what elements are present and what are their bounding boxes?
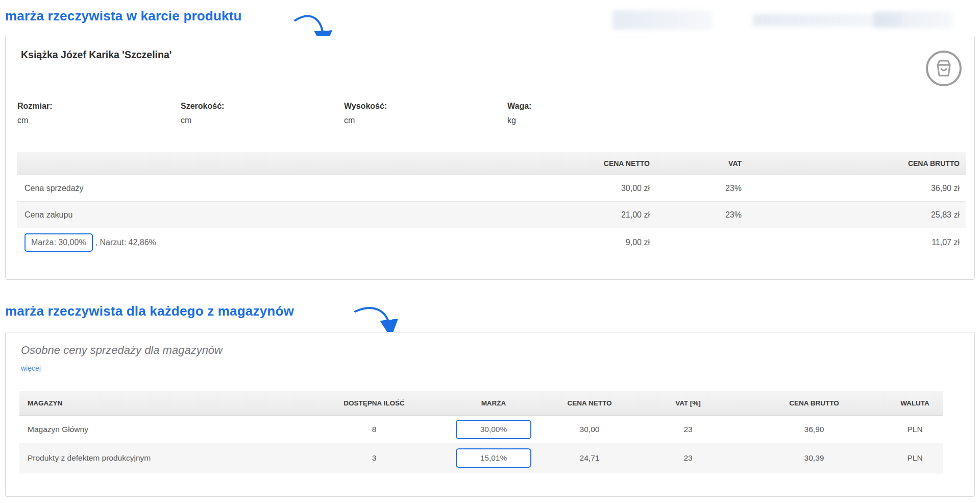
price-table: CENA NETTO VAT CENA BRUTTO Cena sprzedaż… bbox=[17, 152, 966, 257]
product-card-panel: Książka Józef Karika 'Szczelina' Rozmiar… bbox=[5, 36, 975, 280]
narzut-text: , Narzut: 42,86% bbox=[95, 238, 156, 247]
cena-netto-value: 24,71 bbox=[544, 453, 635, 463]
marza-cell: 15,01% bbox=[443, 448, 544, 468]
dimension-waga: Waga: kg bbox=[507, 102, 671, 125]
header-dostepna-ilosc: DOSTĘPNA ILOŚĆ bbox=[305, 399, 443, 407]
warehouse-name: Produkty z defektem produkcyjnym bbox=[19, 453, 305, 463]
basket-icon bbox=[924, 49, 963, 88]
dimension-unit: cm bbox=[181, 116, 344, 125]
dimension-label: Waga: bbox=[507, 102, 671, 111]
more-link[interactable]: więcej bbox=[21, 364, 41, 372]
annotation-arrow-down-icon bbox=[352, 302, 401, 336]
vat-value: 23 bbox=[635, 453, 741, 463]
header-vat: VAT [%] bbox=[635, 399, 741, 407]
table-row-cena-zakupu: Cena zakupu 21,00 zł 23% 25,83 zł bbox=[17, 202, 966, 228]
row-label: Cena zakupu bbox=[17, 210, 520, 220]
margin-row-label: Marża: 30,00% , Narzut: 42,86% bbox=[17, 233, 520, 252]
header-cena-brutto: CENA BRUTTO bbox=[741, 399, 887, 407]
dimension-label: Wysokość: bbox=[344, 102, 507, 111]
header-marza: MARŻA bbox=[443, 399, 544, 407]
blurred-redaction bbox=[612, 10, 712, 30]
dimension-wysokosc: Wysokość: cm bbox=[344, 102, 507, 125]
header-cena-netto: CENA NETTO bbox=[520, 159, 650, 167]
table-row-cena-sprzedazy: Cena sprzedaży 30,00 zł 23% 36,90 zł bbox=[17, 175, 966, 202]
marza-value-box[interactable]: 15,01% bbox=[456, 448, 531, 468]
dimension-unit: cm bbox=[17, 116, 181, 125]
header-cena-netto: CENA NETTO bbox=[544, 399, 635, 407]
currency-value: PLN bbox=[887, 453, 943, 463]
dimension-unit: kg bbox=[507, 116, 671, 125]
available-qty: 8 bbox=[305, 425, 443, 434]
dimension-rozmiar: Rozmiar: cm bbox=[17, 102, 181, 125]
dimension-label: Szerokość: bbox=[181, 102, 344, 111]
product-image-placeholder-button[interactable] bbox=[924, 49, 963, 88]
dimension-label: Rozmiar: bbox=[17, 102, 181, 111]
product-dimensions: Rozmiar: cm Szerokość: cm Wysokość: cm W… bbox=[6, 102, 671, 125]
header-cena-brutto: CENA BRUTTO bbox=[742, 159, 966, 167]
margin-highlight-box: Marża: 30,00% bbox=[24, 233, 93, 252]
cena-brutto-value: 36,90 bbox=[741, 425, 887, 434]
annotation-warehouses: marża rzeczywista dla każdego z magazynó… bbox=[5, 303, 294, 319]
cena-netto-value: 21,00 zł bbox=[520, 210, 650, 220]
section-title: Osobne ceny sprzedaży dla magazynów bbox=[21, 344, 223, 357]
cena-netto-value: 30,00 zł bbox=[520, 184, 650, 193]
available-qty: 3 bbox=[305, 453, 443, 463]
warehouse-prices-panel: Osobne ceny sprzedaży dla magazynów więc… bbox=[5, 332, 975, 497]
header-vat: VAT bbox=[650, 159, 742, 167]
vat-value: 23% bbox=[650, 184, 742, 193]
table-row-marza: Marża: 30,00% , Narzut: 42,86% 9,00 zł 1… bbox=[17, 228, 966, 257]
cena-netto-value: 30,00 bbox=[544, 425, 635, 434]
row-label: Cena sprzedaży bbox=[17, 184, 520, 193]
cena-brutto-value: 36,90 zł bbox=[742, 184, 966, 193]
annotation-product-card: marża rzeczywista w karcie produktu bbox=[5, 8, 242, 24]
cena-brutto-value: 11,07 zł bbox=[742, 238, 966, 247]
header-magazyn: MAGAZYN bbox=[19, 399, 305, 407]
cena-netto-value: 9,00 zł bbox=[520, 238, 650, 247]
warehouse-name: Magazyn Główny bbox=[19, 425, 305, 434]
table-row-produkty-z-defektem: Produkty z defektem produkcyjnym 3 15,01… bbox=[19, 443, 943, 473]
cena-brutto-value: 25,83 zł bbox=[742, 210, 966, 220]
header-waluta: WALUTA bbox=[887, 399, 943, 407]
blurred-redaction bbox=[874, 11, 953, 28]
warehouse-table: MAGAZYN DOSTĘPNA ILOŚĆ MARŻA CENA NETTO … bbox=[19, 391, 943, 473]
marza-value-box[interactable]: 30,00% bbox=[456, 420, 531, 439]
warehouse-table-header: MAGAZYN DOSTĘPNA ILOŚĆ MARŻA CENA NETTO … bbox=[19, 391, 943, 416]
price-table-header: CENA NETTO VAT CENA BRUTTO bbox=[17, 152, 966, 175]
vat-value: 23% bbox=[650, 210, 742, 220]
vat-value: 23 bbox=[635, 425, 741, 434]
marza-cell: 30,00% bbox=[443, 420, 544, 439]
currency-value: PLN bbox=[887, 425, 943, 434]
product-title: Książka Józef Karika 'Szczelina' bbox=[21, 49, 172, 61]
dimension-unit: cm bbox=[344, 116, 507, 125]
dimension-szerokosc: Szerokość: cm bbox=[181, 102, 344, 125]
cena-brutto-value: 30,39 bbox=[741, 453, 887, 463]
table-row-magazyn-glowny: Magazyn Główny 8 30,00% 30,00 23 36,90 P… bbox=[19, 416, 943, 443]
